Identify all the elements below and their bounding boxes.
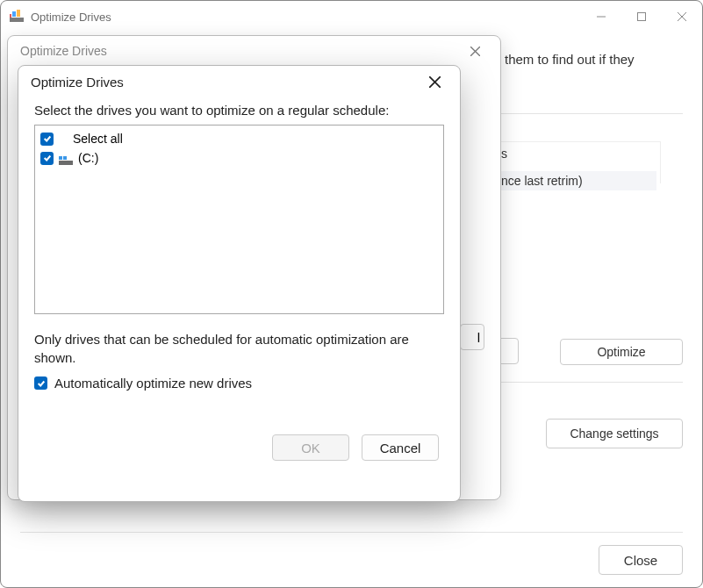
mid-cancel-label-fragment: l	[477, 330, 480, 345]
choose-button-row: OK Cancel	[34, 434, 444, 461]
svg-rect-1	[12, 11, 16, 17]
auto-optimize-checkbox[interactable]	[34, 376, 47, 390]
auto-optimize-row[interactable]: Automatically optimize new drives	[34, 376, 444, 391]
disk-icon	[59, 154, 73, 162]
choose-drives-dialog: Optimize Drives Select the drives you wa…	[18, 65, 461, 502]
choose-body: Select the drives you want to optimize o…	[18, 97, 460, 461]
divider-bottom	[20, 532, 683, 533]
table-border-fragment	[501, 141, 661, 183]
choose-prompt: Select the drives you want to optimize o…	[34, 103, 444, 118]
svg-rect-5	[638, 13, 646, 21]
choose-titlebar: Optimize Drives	[18, 66, 460, 97]
svg-rect-13	[63, 156, 67, 160]
svg-rect-14	[59, 161, 73, 165]
optimize-button[interactable]: Optimize	[560, 339, 683, 365]
choose-title: Optimize Drives	[31, 75, 421, 90]
mid-cancel-fragment[interactable]: l	[460, 324, 484, 350]
choose-cancel-button[interactable]: Cancel	[362, 434, 439, 461]
svg-rect-2	[17, 10, 20, 17]
drive-checklist[interactable]: Select all (C:)	[34, 125, 444, 314]
app-icon	[10, 10, 24, 24]
svg-rect-12	[59, 156, 62, 160]
auto-optimize-label: Automatically optimize new drives	[54, 376, 252, 391]
select-all-checkbox[interactable]	[40, 133, 54, 146]
schedule-title: Optimize Drives	[20, 44, 462, 58]
maximize-button[interactable]	[621, 1, 662, 32]
minimize-button[interactable]	[581, 1, 621, 32]
svg-rect-0	[10, 18, 24, 22]
drive-c-label: (C:)	[78, 151, 98, 165]
main-titlebar: Optimize Drives	[1, 1, 702, 32]
choose-close-button[interactable]	[421, 68, 448, 95]
drive-row-c[interactable]: (C:)	[40, 148, 438, 168]
change-settings-button[interactable]: Change settings	[546, 419, 683, 448]
drive-c-checkbox[interactable]	[40, 152, 54, 165]
schedule-titlebar: Optimize Drives	[8, 36, 500, 66]
select-all-row[interactable]: Select all	[40, 129, 438, 148]
desc-text-fragment: them to find out if they	[505, 52, 635, 67]
choose-ok-button[interactable]: OK	[272, 434, 349, 461]
select-all-label: Select all	[73, 132, 123, 146]
svg-rect-3	[10, 14, 11, 18]
window-controls	[581, 1, 702, 32]
schedule-close-button[interactable]	[462, 38, 488, 64]
main-close-button[interactable]: Close	[599, 545, 683, 575]
choose-note: Only drives that can be scheduled for au…	[34, 330, 444, 367]
close-window-button[interactable]	[662, 1, 702, 32]
main-title: Optimize Drives	[31, 11, 581, 24]
